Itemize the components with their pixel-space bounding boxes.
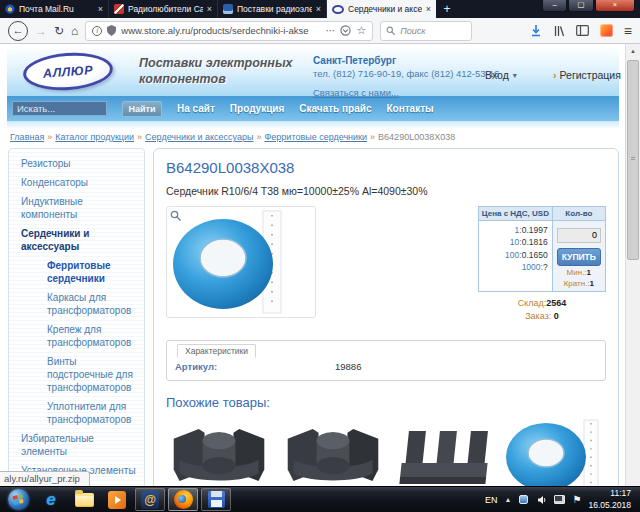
similar-product-e-core[interactable]: [394, 421, 494, 487]
breadcrumb-separator: »: [137, 132, 142, 142]
sidebar-item-resistors[interactable]: Резисторы: [9, 154, 144, 173]
breadcrumb-separator: »: [370, 132, 375, 142]
action-center-flag-icon[interactable]: ⚑: [572, 495, 581, 505]
sidebar-item-ferrite-cores[interactable]: Ферритовые сердечники: [9, 256, 144, 288]
product-panel: B64290L0038X038 Сердечник R10/6/4 T38 мю…: [153, 148, 619, 486]
tray-expand-icon[interactable]: ▲: [505, 496, 512, 503]
url-text[interactable]: www.store.aly.ru/products/serdechniki-i-…: [121, 25, 320, 36]
quantity-input[interactable]: [557, 228, 601, 243]
home-button[interactable]: ⌂: [71, 25, 78, 37]
sidebar-item-seals[interactable]: Уплотнители для трансформаторов: [9, 397, 144, 429]
sidebar-item-cores[interactable]: Сердечники и аксессуары: [9, 224, 144, 256]
system-tray: EN ▲ ⚑ 11:17 16.05.2018: [485, 488, 637, 510]
site-search-input[interactable]: [12, 101, 107, 116]
contact-us-link[interactable]: Связаться с нами...: [313, 87, 399, 98]
taskbar-media-button[interactable]: [102, 488, 132, 511]
language-indicator[interactable]: EN: [485, 495, 498, 505]
page-info-icon[interactable]: i: [92, 26, 102, 36]
status-link-popup: aly.ru/allyur_pr.zip: [0, 471, 90, 486]
window-controls: – ▢ ×: [542, 0, 635, 12]
back-button[interactable]: ←: [8, 21, 28, 41]
similar-product-pot-core-1[interactable]: [166, 418, 272, 487]
pocket-icon[interactable]: [340, 25, 351, 36]
tab-radio[interactable]: Радиолюбители Санкт-Пет ×: [109, 0, 218, 18]
register-link[interactable]: › Регистрация: [553, 69, 621, 81]
nav-fade: [7, 121, 619, 129]
nav-link-products[interactable]: Продукция: [230, 103, 284, 114]
login-button[interactable]: Вход ▾: [485, 69, 517, 81]
allyur-logo[interactable]: АЛЛЮР: [22, 50, 114, 93]
contacts-block: Санкт-Петербург тел. (812) 716-90-19, фа…: [313, 54, 499, 102]
bookmark-star-icon[interactable]: ☆: [356, 25, 366, 36]
nav-link-contacts[interactable]: Контакты: [386, 103, 433, 114]
taskbar-save-app-button[interactable]: [201, 488, 231, 511]
breadcrumb-current: B64290L0038X038: [378, 132, 455, 142]
maximize-button[interactable]: ▢: [568, 0, 594, 12]
site-header: АЛЛЮР Поставки электронных компонентов С…: [7, 48, 619, 96]
screenshot-extension-icon[interactable]: [600, 24, 613, 37]
browser-search[interactable]: [380, 21, 472, 41]
tab-characteristics[interactable]: Характеристики: [177, 344, 256, 358]
taskbar-explorer-button[interactable]: [69, 488, 99, 511]
sidebar-toggle-icon[interactable]: [576, 25, 589, 36]
library-icon[interactable]: [553, 25, 565, 37]
scrollbar-thumb[interactable]: [627, 60, 639, 260]
sidebar-item-tuning-screws[interactable]: Винты подстроечные для трансформаторов: [9, 352, 144, 397]
taskbar-clock[interactable]: 11:17 16.05.2018: [588, 488, 633, 510]
menu-hamburger-icon[interactable]: ≡: [624, 24, 632, 38]
breadcrumb-home[interactable]: Главная: [10, 132, 44, 142]
floppy-disk-icon: [208, 491, 225, 508]
zoom-magnifier-icon[interactable]: [170, 210, 182, 222]
nav-link-to-site[interactable]: На сайт: [177, 103, 215, 114]
toroid-core-image: [167, 207, 315, 317]
sidebar-item-inductive[interactable]: Индуктивные компоненты: [9, 192, 144, 224]
sidebar-item-capacitors[interactable]: Конденсаторы: [9, 173, 144, 192]
address-bar[interactable]: i www.store.aly.ru/products/serdechniki-…: [85, 21, 373, 41]
similar-product-toroid[interactable]: [502, 418, 606, 487]
minimize-button[interactable]: –: [542, 0, 567, 12]
similar-product-pot-core-2[interactable]: [280, 418, 386, 487]
close-window-button[interactable]: ×: [595, 0, 635, 12]
site-search-button[interactable]: Найти: [122, 101, 162, 117]
tab-close-icon[interactable]: ×: [207, 4, 212, 14]
stock-block: Склад:2564 Заказ: 0: [478, 297, 606, 324]
taskbar-firefox-button[interactable]: [168, 488, 198, 511]
tab-mail[interactable]: Почта Mail.Ru ×: [0, 0, 109, 18]
reload-button[interactable]: ↻: [54, 25, 64, 37]
tray-update-icon[interactable]: [518, 494, 529, 505]
volume-icon[interactable]: [536, 494, 547, 505]
browser-search-input[interactable]: [400, 26, 460, 36]
breadcrumb-ferrite[interactable]: Ферритовые сердечники: [265, 132, 368, 142]
tab-close-icon[interactable]: ×: [316, 4, 321, 14]
new-tab-button[interactable]: +: [436, 0, 458, 18]
sidebar-item-selective[interactable]: Избирательные элементы: [9, 429, 144, 461]
network-icon[interactable]: [554, 494, 565, 505]
tab-close-icon[interactable]: ×: [426, 4, 431, 14]
windows-taskbar: e @ EN ▲ ⚑ 11:17 16.05.2018: [0, 486, 640, 512]
buy-button[interactable]: КУПИТЬ: [557, 248, 601, 266]
start-button[interactable]: [3, 488, 33, 511]
page-scrollbar[interactable]: ▲: [625, 44, 640, 486]
similar-products-heading: Похожие товары:: [166, 395, 606, 410]
tab-cores-active[interactable]: Сердечники и аксессуары ×: [327, 0, 436, 18]
page-actions-icon[interactable]: ⋯: [325, 26, 335, 36]
sidebar-item-fasteners[interactable]: Крепеж для трансформаторов: [9, 320, 144, 352]
price-column-header: Цена с НДС, USD: [479, 207, 553, 221]
nav-link-pricelist[interactable]: Скачать прайс: [299, 103, 371, 114]
buy-cell: КУПИТЬ Мин.:1 Кратн.:1: [552, 221, 605, 292]
min-order-line: Мин.:1: [557, 268, 601, 277]
tab-supplier[interactable]: Поставки радиоэлектронн ×: [218, 0, 327, 18]
breadcrumb-catalog[interactable]: Каталог продукции: [55, 132, 134, 142]
downloads-icon[interactable]: [530, 24, 542, 37]
breadcrumb-cores[interactable]: Сердечники и аксессуары: [145, 132, 253, 142]
tracking-shield-icon[interactable]: [107, 25, 116, 36]
tab-close-icon[interactable]: ×: [98, 4, 103, 14]
taskbar-ie-button[interactable]: e: [36, 488, 66, 511]
scrollbar-up-icon[interactable]: ▲: [626, 44, 640, 58]
multiplicity-line: Кратн.:1: [557, 279, 601, 288]
price-tier-row: 1000.1650: [483, 249, 548, 261]
product-image[interactable]: [166, 206, 316, 318]
forward-button[interactable]: →: [35, 25, 47, 37]
taskbar-mailru-agent-button[interactable]: @: [135, 488, 165, 511]
sidebar-item-bobbins[interactable]: Каркасы для трансформаторов: [9, 288, 144, 320]
